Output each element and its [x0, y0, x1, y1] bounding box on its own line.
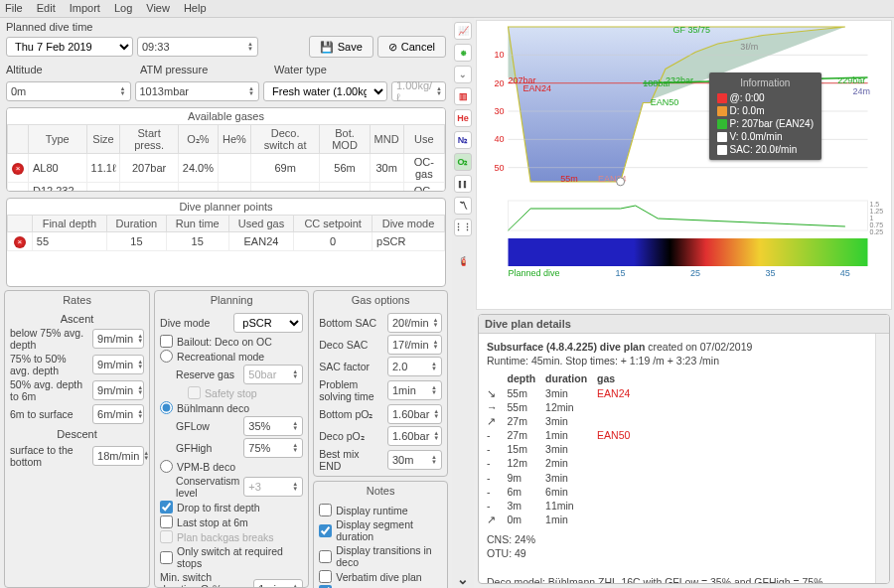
- svg-text:0.25: 0.25: [870, 228, 884, 235]
- tool-graph-icon[interactable]: ⫿⫿: [454, 175, 472, 193]
- planning-panel: Planning Dive modepSCR Bailout: Deco on …: [154, 290, 309, 588]
- below75-spinner[interactable]: 9m/min▲▼: [92, 329, 144, 349]
- svg-text:40: 40: [494, 134, 504, 144]
- bottompo2-spinner[interactable]: 1.60bar▲▼: [387, 404, 442, 424]
- tool-o2-icon[interactable]: O₂: [454, 153, 472, 171]
- probtime-spinner[interactable]: 1min▲▼: [387, 380, 442, 400]
- dispruntime-check[interactable]: [319, 504, 332, 516]
- backgas-check: [160, 530, 173, 543]
- tool-deco-icon[interactable]: ▥: [454, 87, 472, 105]
- svg-text:Planned dive: Planned dive: [509, 268, 560, 278]
- divemode-select[interactable]: pSCR: [233, 313, 303, 333]
- notes-title: Notes: [314, 482, 447, 500]
- bottomsac-label: Bottom SAC: [319, 317, 383, 329]
- svg-text:45: 45: [840, 268, 850, 278]
- dispseg-check[interactable]: [319, 524, 332, 537]
- svg-text:15: 15: [616, 268, 626, 278]
- planner-points-title: Dive planner points: [7, 199, 445, 215]
- dropfirst-check[interactable]: [160, 501, 173, 514]
- delete-icon[interactable]: ×: [12, 163, 24, 175]
- table-row[interactable]: ×D12 232 bar24.0ℓ232bar50.0%27m22m30mOC-…: [8, 183, 445, 193]
- svg-text:30: 30: [494, 106, 504, 116]
- details-heading: Subsurface (4.8.4.225) dive plan: [487, 341, 645, 353]
- cancel-button[interactable]: ⊘Cancel: [377, 36, 446, 58]
- svg-rect-24: [509, 201, 868, 230]
- delete-icon[interactable]: ×: [14, 236, 26, 248]
- runtime-line: Runtime: 45min. Stop times: + 1:19 /m + …: [487, 354, 881, 368]
- r6surf-spinner[interactable]: 6m/min▲▼: [92, 404, 144, 424]
- table-row[interactable]: ×AL8011.1ℓ207bar24.0%69m56m30mOC-gas: [8, 154, 445, 183]
- buhlmann-radio[interactable]: [160, 401, 173, 414]
- profile-chart[interactable]: 1020304050GF 35/75207barEAN2455mEAN24188…: [476, 20, 892, 310]
- vpmb-radio[interactable]: [160, 460, 173, 473]
- r50to6-spinner[interactable]: 9m/min▲▼: [92, 380, 144, 400]
- menu-import[interactable]: Import: [70, 2, 100, 15]
- bottomsac-spinner[interactable]: 20ℓ/min▲▼: [387, 313, 442, 333]
- tool-he-icon[interactable]: He: [454, 109, 472, 127]
- watertype-select[interactable]: Fresh water (1.00kg/ℓ): [263, 81, 387, 101]
- svg-text:20: 20: [494, 78, 504, 88]
- svg-text:1: 1: [870, 215, 874, 221]
- tool-ceiling-icon[interactable]: ⌄: [454, 66, 472, 83]
- bestmix-spinner[interactable]: 30m▲▼: [387, 450, 442, 470]
- svg-rect-30: [509, 238, 868, 266]
- gflow-spinner[interactable]: 35%▲▼: [243, 416, 303, 436]
- laststop-check[interactable]: [160, 515, 173, 528]
- tool-profile-icon[interactable]: 📈: [454, 22, 472, 40]
- decosac-spinner[interactable]: 17ℓ/min▲▼: [387, 335, 442, 355]
- disptrans-check[interactable]: [319, 550, 332, 563]
- r6surf-label: 6m to surface: [10, 408, 88, 420]
- menu-file[interactable]: File: [5, 2, 23, 15]
- altitude-label: Altitude: [6, 64, 140, 75]
- menu-view[interactable]: View: [146, 2, 170, 15]
- altitude-spinner[interactable]: 0m▲▼: [6, 81, 131, 101]
- gfhigh-spinner[interactable]: 75%▲▼: [243, 438, 303, 458]
- date-select[interactable]: Thu 7 Feb 2019: [6, 37, 133, 57]
- left-column: Planned dive time Thu 7 Feb 2019 09:33▲▼…: [0, 18, 452, 588]
- svg-text:35: 35: [765, 268, 775, 278]
- bailout-label: Bailout: Deco on OC: [177, 336, 272, 348]
- tool-po2-icon[interactable]: ⎈: [454, 44, 472, 62]
- details-title: Dive plan details: [479, 315, 889, 334]
- probtime-label: Problem solving time: [319, 378, 383, 402]
- recreational-radio[interactable]: [160, 350, 173, 363]
- onlyswitch-check[interactable]: [160, 551, 173, 564]
- gases-table[interactable]: TypeSizeStart press.O₂%He%Deco. switch a…: [7, 124, 445, 192]
- decomodel-line: Deco model: Bühlmann ZHL-16C with GFLow …: [487, 575, 881, 583]
- verbatim-check[interactable]: [319, 570, 332, 583]
- atm-spinner[interactable]: 1013mbar▲▼: [135, 81, 260, 101]
- tool-n2-icon[interactable]: N₂: [454, 131, 472, 149]
- planned-time-label: Planned dive time: [0, 18, 452, 33]
- time-spinner[interactable]: 09:33▲▼: [137, 37, 258, 57]
- svg-text:24m: 24m: [852, 86, 870, 96]
- r75to50-spinner[interactable]: 9m/min▲▼: [92, 355, 144, 374]
- svg-text:EAN24: EAN24: [523, 83, 552, 93]
- menubar: File Edit Import Log View Help: [0, 0, 894, 18]
- tool-expand-icon[interactable]: ⌄: [454, 570, 472, 588]
- save-button[interactable]: 💾Save: [309, 36, 373, 58]
- planner-points-panel: Dive planner points Final depthDurationR…: [6, 198, 446, 287]
- planner-points-table[interactable]: Final depthDurationRun timeUsed gasCC se…: [7, 215, 445, 251]
- chart-infobox: Information @: 0:00 D: 0.0m P: 207bar (E…: [709, 73, 822, 160]
- r50to6-label: 50% avg. depth to 6m: [10, 378, 88, 402]
- buhlmann-label: Bühlmann deco: [177, 402, 249, 414]
- menu-edit[interactable]: Edit: [37, 2, 56, 15]
- surfbottom-spinner[interactable]: 18m/min▲▼: [92, 446, 144, 466]
- decopo2-spinner[interactable]: 1.60bar▲▼: [387, 426, 442, 446]
- bailout-check[interactable]: [160, 335, 173, 348]
- right-column: 📈 ⎈ ⌄ ▥ He N₂ O₂ ⫿⫿ 〽 ⋮⋮ 🧯 ⌄ 1020304050G…: [452, 18, 894, 588]
- tool-tank-icon[interactable]: 🧯: [454, 252, 472, 270]
- gasoptions-panel: Gas options Bottom SAC20ℓ/min▲▼ Deco SAC…: [313, 290, 448, 477]
- tool-scale-icon[interactable]: ⋮⋮: [454, 219, 472, 236]
- details-scrollbar[interactable]: [875, 334, 889, 583]
- menu-log[interactable]: Log: [114, 2, 132, 15]
- details-body[interactable]: Subsurface (4.8.4.225) dive plan created…: [479, 334, 889, 583]
- minswitch-spinner[interactable]: 1min▲▼: [253, 579, 303, 587]
- sacfactor-spinner[interactable]: 2.0▲▼: [387, 357, 442, 376]
- menu-help[interactable]: Help: [184, 2, 207, 15]
- svg-text:0.75: 0.75: [870, 221, 884, 228]
- table-row[interactable]: ×551515EAN240pSCR: [8, 232, 445, 251]
- divemode-label: Dive mode: [160, 317, 229, 329]
- tool-rate-icon[interactable]: 〽: [454, 197, 472, 215]
- conserv-spinner: +3▲▼: [243, 477, 303, 497]
